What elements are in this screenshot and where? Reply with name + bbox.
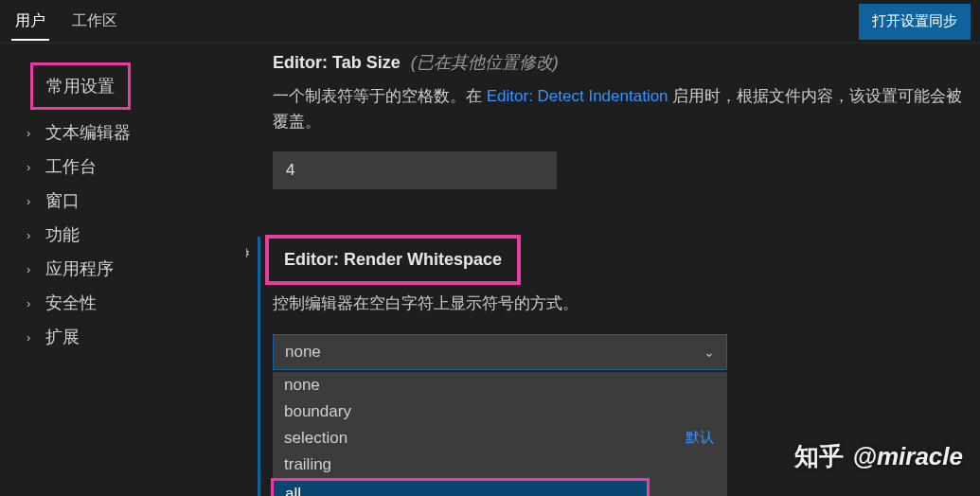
tab-size-input[interactable]: 4 [273, 151, 557, 189]
chevron-right-icon: › [27, 160, 45, 174]
gear-icon[interactable]: ⚙ [246, 244, 250, 262]
option-all[interactable]: all [271, 478, 650, 496]
sidebar-item-security[interactable]: › 安全性 [27, 286, 246, 320]
chevron-right-icon: › [27, 228, 45, 242]
open-settings-sync-button[interactable]: 打开设置同步 [859, 4, 971, 40]
topbar: 用户 工作区 打开设置同步 [0, 0, 980, 44]
chevron-right-icon: › [27, 194, 45, 208]
sidebar-item-extensions[interactable]: › 扩展 [27, 320, 246, 354]
sidebar-item-common[interactable]: 常用设置 [30, 62, 131, 110]
sidebar-item-text-editor[interactable]: › 文本编辑器 [27, 115, 246, 150]
tab-workspace[interactable]: 工作区 [68, 2, 121, 41]
sidebar-item-features[interactable]: › 功能 [27, 218, 246, 252]
link-detect-indentation[interactable]: Editor: Detect Indentation [487, 87, 668, 105]
settings-main: Editor: Tab Size (已在其他位置修改) 一个制表符等于的空格数。… [246, 44, 980, 496]
setting-editor-tab-size: Editor: Tab Size (已在其他位置修改) 一个制表符等于的空格数。… [273, 51, 967, 189]
modified-elsewhere-hint: (已在其他位置修改) [411, 53, 559, 72]
tab-user[interactable]: 用户 [11, 2, 49, 41]
option-none[interactable]: none [273, 372, 727, 399]
chevron-right-icon: › [27, 330, 45, 345]
settings-scope-tabs: 用户 工作区 [11, 0, 121, 43]
sidebar-item-window[interactable]: › 窗口 [27, 184, 246, 218]
select-current-value: none [285, 343, 321, 362]
setting-description: 一个制表符等于的空格数。在 Editor: Detect Indentation… [273, 83, 967, 134]
render-whitespace-options: none boundary selection 默认 trailing all [273, 372, 727, 496]
settings-sidebar: 常用设置 › 文本编辑器 › 工作台 › 窗口 › 功能 › 应用程序 › 安全… [0, 44, 246, 496]
setting-title: Editor: Tab Size (已在其他位置修改) [273, 51, 967, 74]
render-whitespace-select[interactable]: none ⌄ [273, 334, 727, 370]
chevron-right-icon: › [27, 126, 45, 140]
setting-title: Editor: Render Whitespace [284, 250, 502, 269]
modified-indicator-bar [258, 237, 260, 496]
option-boundary[interactable]: boundary [273, 399, 727, 425]
chevron-down-icon: ⌄ [704, 345, 715, 360]
option-trailing[interactable]: trailing [273, 452, 727, 478]
sidebar-item-application[interactable]: › 应用程序 [27, 252, 246, 286]
setting-editor-render-whitespace: ⚙ Editor: Render Whitespace 控制编辑器在空白字符上显… [273, 223, 967, 496]
sidebar-item-workbench[interactable]: › 工作台 [27, 150, 246, 184]
option-selection[interactable]: selection 默认 [273, 425, 727, 452]
setting-description: 控制编辑器在空白字符上显示符号的方式。 [273, 291, 967, 316]
chevron-right-icon: › [27, 262, 45, 276]
default-label: 默认 [686, 429, 714, 447]
chevron-right-icon: › [27, 296, 45, 310]
